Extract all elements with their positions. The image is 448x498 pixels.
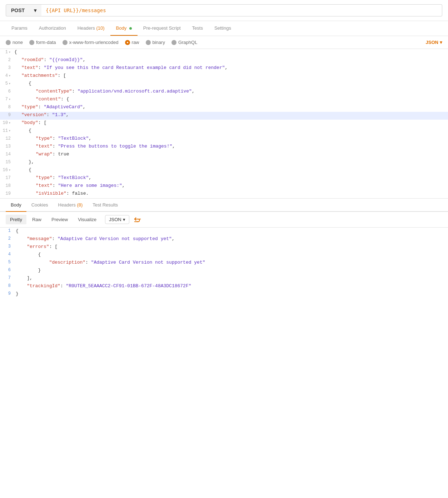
response-line: 6 } — [0, 267, 448, 275]
radio-dot-none — [6, 40, 11, 45]
response-line-content: { — [14, 252, 41, 257]
code-line: 15}, — [0, 159, 448, 167]
response-format-selector[interactable]: JSON ▾ — [105, 215, 129, 224]
response-code-area: 1{2 "message": "Adaptive Card Version no… — [0, 228, 448, 298]
wrap-button[interactable] — [134, 216, 141, 224]
code-line: 18"text": "Here are some images:", — [0, 183, 448, 190]
code-content: "isVisible": false. — [14, 191, 89, 196]
response-line-content: } — [14, 291, 19, 297]
code-content: "text": "Press the buttons to toggle the… — [14, 144, 175, 149]
response-line-number: 4 — [0, 252, 14, 257]
code-content: { — [14, 128, 31, 133]
line-number: 11▾ — [0, 128, 14, 133]
response-headers-badge: (8) — [77, 202, 83, 208]
response-tab-cookies[interactable]: Cookies — [26, 199, 53, 212]
fold-arrow[interactable]: ▾ — [9, 129, 11, 133]
url-input[interactable] — [41, 4, 442, 16]
code-content: "roomId": "{{roomId}}", — [14, 57, 85, 63]
url-bar: POST ▾ — [0, 0, 448, 21]
line-number: 17 — [0, 175, 14, 180]
method-dropdown-arrow: ▾ — [34, 8, 36, 13]
tab-prerequest[interactable]: Pre-request Script — [138, 21, 186, 36]
tab-settings[interactable]: Settings — [209, 21, 237, 36]
fold-arrow[interactable]: ▾ — [9, 81, 11, 86]
line-number: 4▾ — [0, 73, 14, 78]
radio-graphql[interactable]: GraphQL — [171, 40, 197, 45]
code-content: { — [14, 49, 17, 55]
response-line: 9} — [0, 290, 448, 298]
json-format-selector[interactable]: JSON ▾ — [426, 40, 442, 45]
line-number: 18 — [0, 183, 14, 188]
code-line: 7▾"content": { — [0, 96, 448, 104]
tab-headers[interactable]: Headers (10) — [72, 21, 110, 36]
line-number: 13 — [0, 144, 14, 149]
radio-form-data[interactable]: form-data — [29, 40, 56, 45]
code-line: 12"type": "TextBlock", — [0, 135, 448, 143]
response-line-content: { — [14, 228, 19, 234]
visualize-button[interactable]: Visualize — [74, 215, 101, 224]
radio-dot-form-data — [29, 40, 34, 45]
code-line: 14"wrap": true — [0, 151, 448, 159]
line-number: 19 — [0, 191, 14, 196]
preview-button[interactable]: Preview — [47, 215, 72, 224]
code-content: "contentType": "application/vnd.microsof… — [14, 89, 195, 94]
raw-button[interactable]: Raw — [28, 215, 46, 224]
response-line-number: 6 — [0, 268, 14, 273]
code-content: "wrap": true — [14, 151, 69, 157]
line-number: 9 — [0, 112, 14, 118]
response-line-number: 2 — [0, 236, 14, 241]
response-tab-body[interactable]: Body — [6, 199, 26, 212]
code-line: 16▾{ — [0, 167, 448, 175]
response-line-content: "message": "Adaptive Card Version not su… — [14, 236, 175, 241]
radio-none[interactable]: none — [6, 40, 23, 45]
fold-arrow[interactable]: ▾ — [9, 97, 11, 101]
code-content: }, — [14, 159, 34, 165]
tab-authorization[interactable]: Authorization — [33, 21, 72, 36]
method-selector[interactable]: POST ▾ — [6, 4, 41, 16]
response-line-content: "description": "Adaptive Card Version no… — [14, 260, 205, 265]
response-line-content: ], — [14, 275, 33, 281]
radio-dot-graphql — [171, 40, 176, 45]
fold-arrow[interactable]: ▾ — [9, 74, 11, 78]
radio-raw[interactable]: raw — [125, 40, 139, 45]
response-line: 2 "message": "Adaptive Card Version not … — [0, 235, 448, 243]
radio-dot-binary — [146, 40, 151, 45]
json-dropdown-arrow: ▾ — [440, 40, 442, 45]
response-panel: Body Cookies Headers (8) Test Results Pr… — [0, 199, 448, 298]
response-line: 1{ — [0, 228, 448, 235]
code-line: 1▾{ — [0, 49, 448, 57]
response-line-content: "trackingId": "R0UTER_5EAAACC2-CF91-01BB… — [14, 283, 191, 289]
fold-arrow[interactable]: ▾ — [9, 168, 11, 172]
response-line-number: 1 — [0, 228, 14, 233]
fold-arrow[interactable]: ▾ — [9, 121, 11, 125]
tabs-bar: Params Authorization Headers (10) Body P… — [0, 21, 448, 36]
response-tab-headers[interactable]: Headers (8) — [53, 199, 88, 212]
code-line: 4▾"attachments": [ — [0, 73, 448, 80]
tab-tests[interactable]: Tests — [186, 21, 209, 36]
pretty-button[interactable]: Pretty — [6, 215, 26, 224]
response-tabs: Body Cookies Headers (8) Test Results — [0, 199, 448, 212]
response-line: 5 "description": "Adaptive Card Version … — [0, 259, 448, 267]
code-line: 6"contentType": "application/vnd.microso… — [0, 88, 448, 96]
line-number: 12 — [0, 136, 14, 141]
code-content: "text": "If you see this the card Restau… — [14, 65, 228, 70]
response-line-number: 3 — [0, 244, 14, 249]
fold-arrow[interactable]: ▾ — [9, 50, 11, 54]
radio-urlencoded[interactable]: x-www-form-urlencoded — [63, 40, 119, 45]
tab-body[interactable]: Body — [110, 21, 138, 36]
response-line: 8 "trackingId": "R0UTER_5EAAACC2-CF91-01… — [0, 283, 448, 290]
radio-binary[interactable]: binary — [146, 40, 165, 45]
line-number: 5▾ — [0, 81, 14, 86]
response-line-content: } — [14, 268, 41, 273]
code-editor[interactable]: 1▾{2"roomId": "{{roomId}}",3"text": "If … — [0, 49, 448, 199]
response-format-arrow: ▾ — [123, 217, 125, 222]
response-line: 4 { — [0, 251, 448, 259]
response-line-content: "errors": [ — [14, 244, 58, 249]
response-tab-test-results[interactable]: Test Results — [88, 199, 123, 212]
body-type-bar: none form-data x-www-form-urlencoded raw… — [0, 36, 448, 49]
code-content: { — [14, 167, 31, 173]
code-line: 17"type": "TextBlock", — [0, 175, 448, 183]
line-number: 15 — [0, 159, 14, 165]
code-content: "body": [ — [14, 120, 46, 125]
tab-params[interactable]: Params — [6, 21, 33, 36]
